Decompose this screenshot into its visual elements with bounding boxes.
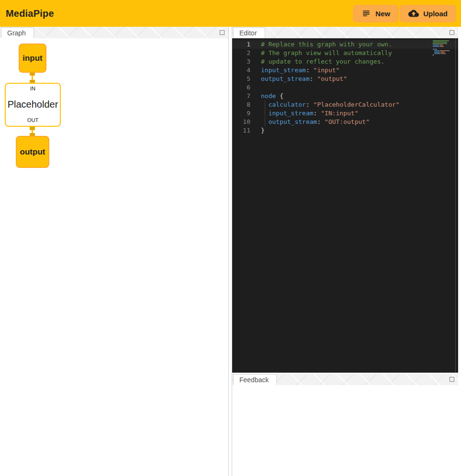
code-line[interactable]: 2# The graph view will automatically <box>232 49 458 57</box>
maximize-icon[interactable] <box>450 30 454 35</box>
input-node-label: input <box>22 54 43 63</box>
feedback-panel: Feedback <box>232 374 458 476</box>
editor-panel: Editor 1# Replace this graph with your o… <box>232 27 458 373</box>
tab-graph-label: Graph <box>7 29 26 37</box>
line-number: 8 <box>232 100 250 109</box>
line-number: 5 <box>232 75 250 83</box>
graph-node-placeholder[interactable]: IN Placeholder OUT <box>5 83 61 127</box>
feedback-content <box>232 385 458 476</box>
tab-graph[interactable]: Graph <box>1 27 34 38</box>
code-lines: 1# Replace this graph with your own.2# T… <box>232 38 458 135</box>
code-line[interactable]: 8 calculator: "PlaceholderCalculator" <box>232 100 458 109</box>
placeholder-node-label: Placeholder <box>8 99 58 110</box>
tab-editor-label: Editor <box>239 29 257 37</box>
code-line[interactable]: 10 output_stream: "OUT:output" <box>232 118 458 126</box>
maximize-icon[interactable] <box>450 377 454 382</box>
tab-feedback-label: Feedback <box>239 376 269 384</box>
new-button[interactable]: New <box>353 5 399 22</box>
code-line[interactable]: 5output_stream: "output" <box>232 75 458 83</box>
graph-node-input[interactable]: input <box>19 44 46 73</box>
subject-icon <box>361 9 371 18</box>
code-line[interactable]: 1# Replace this graph with your own. <box>232 40 458 49</box>
new-button-label: New <box>375 10 390 18</box>
code-line[interactable]: 7node { <box>232 92 458 100</box>
line-number: 1 <box>232 40 250 49</box>
line-number: 10 <box>232 118 250 126</box>
minimap[interactable] <box>433 40 451 56</box>
tab-editor[interactable]: Editor <box>233 27 265 38</box>
line-number: 7 <box>232 92 250 100</box>
code-line[interactable]: 11} <box>232 126 458 135</box>
graph-tabstrip: Graph <box>0 27 228 38</box>
out-port-label: OUT <box>27 117 38 123</box>
line-number: 3 <box>232 57 250 66</box>
upload-button[interactable]: Upload <box>400 5 456 22</box>
upload-button-label: Upload <box>423 10 448 18</box>
code-line[interactable]: 4input_stream: "input" <box>232 66 458 75</box>
code-editor[interactable]: 1# Replace this graph with your own.2# T… <box>232 38 458 373</box>
right-column: Editor 1# Replace this graph with your o… <box>232 27 458 476</box>
graph-canvas[interactable]: input IN Placeholder OUT output <box>0 38 228 476</box>
graph-node-output[interactable]: output <box>16 136 49 168</box>
code-line[interactable]: 6 <box>232 83 458 92</box>
feedback-tabstrip: Feedback <box>232 374 458 385</box>
line-number: 11 <box>232 126 250 135</box>
header-actions: New Upload <box>353 5 456 22</box>
output-node-label: output <box>20 147 45 157</box>
line-number: 2 <box>232 49 250 57</box>
line-number: 6 <box>232 83 250 92</box>
editor-ruler <box>455 38 456 373</box>
line-number: 9 <box>232 109 250 118</box>
editor-tabstrip: Editor <box>232 27 458 38</box>
maximize-icon[interactable] <box>220 30 225 35</box>
tab-feedback[interactable]: Feedback <box>233 374 277 385</box>
code-line[interactable]: 9 input_stream: "IN:input" <box>232 109 458 118</box>
main-layout: Graph input IN Placeholder OUT <box>0 27 461 476</box>
code-line[interactable]: 3# update to reflect your changes. <box>232 57 458 66</box>
app-title: MediaPipe <box>6 8 54 19</box>
app-header: MediaPipe New Upload <box>0 0 461 27</box>
in-port-label: IN <box>30 86 35 91</box>
cloud-upload-icon <box>408 8 419 19</box>
line-number: 4 <box>232 66 250 75</box>
graph-panel: Graph input IN Placeholder OUT <box>0 27 229 476</box>
